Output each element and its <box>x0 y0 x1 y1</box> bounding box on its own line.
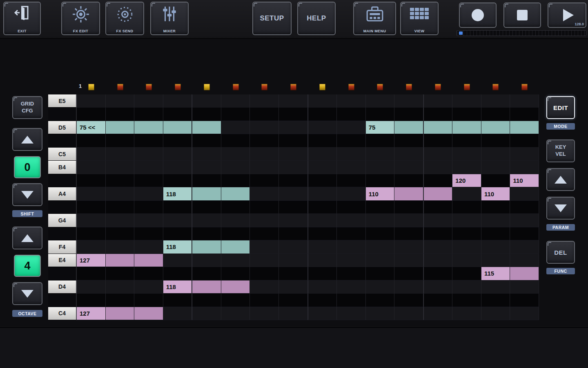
grid-cell[interactable] <box>163 294 192 307</box>
grid-cell[interactable] <box>192 254 221 267</box>
step-marker-icon[interactable] <box>175 84 181 90</box>
grid-cell[interactable] <box>279 174 308 187</box>
step-marker-icon[interactable] <box>521 84 528 90</box>
grid-cell[interactable] <box>308 280 337 294</box>
grid-cell[interactable] <box>481 280 510 294</box>
shift-down-button[interactable] <box>12 183 42 206</box>
step-marker-icon[interactable] <box>435 84 441 90</box>
grid-cell[interactable] <box>510 240 539 254</box>
grid-cell[interactable] <box>250 161 279 174</box>
grid-cell[interactable] <box>221 267 250 280</box>
grid-cell[interactable] <box>510 307 539 320</box>
grid-cell[interactable] <box>423 161 453 174</box>
grid-cell[interactable] <box>106 307 135 320</box>
step-marker-icon[interactable] <box>146 84 152 90</box>
grid-cell[interactable] <box>394 307 423 320</box>
grid-cell[interactable] <box>452 254 481 267</box>
grid-cell[interactable] <box>337 187 366 200</box>
note-cell[interactable]: 110 <box>481 187 510 200</box>
grid-cell[interactable] <box>423 187 453 200</box>
grid-cell[interactable] <box>423 201 453 214</box>
grid-cell[interactable] <box>337 227 366 240</box>
grid-cell[interactable] <box>452 227 481 240</box>
grid-cell[interactable] <box>221 240 250 254</box>
grid-cell[interactable] <box>394 214 423 227</box>
note-key-label[interactable]: E4 <box>48 254 77 267</box>
grid-cell[interactable] <box>221 121 250 134</box>
note-cell[interactable]: 118 <box>163 280 192 294</box>
grid-cell[interactable] <box>134 227 163 240</box>
grid-cell[interactable] <box>106 161 135 174</box>
step-marker-icon[interactable] <box>204 84 210 90</box>
grid-cell[interactable] <box>134 254 163 267</box>
note-cell[interactable]: 110 <box>510 174 539 187</box>
grid-cell[interactable] <box>452 201 481 214</box>
grid-cell[interactable] <box>106 201 135 214</box>
grid-cell[interactable] <box>163 108 192 121</box>
step-marker-icon[interactable] <box>406 84 412 90</box>
step-marker-icon[interactable] <box>290 84 296 90</box>
grid-cell[interactable] <box>452 187 481 200</box>
grid-cell[interactable] <box>423 294 453 307</box>
grid-cell[interactable] <box>481 201 510 214</box>
grid-cfg-button[interactable]: GRID CFG <box>12 96 42 119</box>
note-key-label[interactable]: E5 <box>48 94 77 108</box>
grid-cell[interactable] <box>279 227 308 240</box>
grid-cell[interactable] <box>308 267 337 280</box>
grid-cell[interactable] <box>308 134 337 147</box>
grid-cell[interactable] <box>192 174 221 187</box>
grid-cell[interactable] <box>366 267 395 280</box>
note-cell[interactable]: 127 <box>77 307 106 320</box>
grid-cell[interactable] <box>337 267 366 280</box>
step-marker-icon[interactable] <box>377 84 383 90</box>
grid-cell[interactable] <box>192 201 221 214</box>
grid-cell[interactable] <box>221 254 250 267</box>
grid-cell[interactable] <box>510 294 539 307</box>
step-marker-icon[interactable] <box>492 84 499 90</box>
grid-cell[interactable] <box>394 134 423 147</box>
grid-cell[interactable] <box>279 94 308 108</box>
grid-cell[interactable] <box>221 214 250 227</box>
grid-cell[interactable] <box>192 214 221 227</box>
note-cell[interactable]: 120 <box>452 174 481 187</box>
grid-cell[interactable] <box>163 148 192 161</box>
help-button[interactable]: HELP <box>297 2 336 35</box>
grid-cell[interactable] <box>279 161 308 174</box>
grid-cell[interactable] <box>279 254 308 267</box>
grid-cell[interactable] <box>279 201 308 214</box>
grid-cell[interactable] <box>423 108 453 121</box>
grid-cell[interactable] <box>192 148 221 161</box>
grid-cell[interactable] <box>192 187 221 200</box>
grid-cell[interactable] <box>221 280 250 294</box>
grid-cell[interactable] <box>192 307 221 320</box>
grid-cell[interactable] <box>308 187 337 200</box>
grid-cell[interactable] <box>106 174 135 187</box>
grid-cell[interactable] <box>510 108 539 121</box>
grid-cell[interactable] <box>423 134 453 147</box>
grid-cell[interactable] <box>134 307 163 320</box>
grid-cell[interactable] <box>106 240 135 254</box>
note-key-label[interactable]: D5 <box>48 121 77 134</box>
grid-cell[interactable] <box>394 254 423 267</box>
grid-cell[interactable] <box>423 254 453 267</box>
exit-button[interactable]: EXIT <box>3 2 41 35</box>
note-key-label[interactable] <box>48 134 77 147</box>
grid-cell[interactable] <box>423 174 453 187</box>
grid-cell[interactable] <box>337 161 366 174</box>
grid-cell[interactable] <box>250 187 279 200</box>
grid-cell[interactable] <box>192 280 221 294</box>
grid-cell[interactable] <box>106 254 135 267</box>
grid-cell[interactable] <box>250 240 279 254</box>
grid-cell[interactable] <box>366 240 395 254</box>
grid-cell[interactable] <box>163 214 192 227</box>
stop-button[interactable] <box>503 2 541 28</box>
grid-cell[interactable] <box>192 134 221 147</box>
grid-cell[interactable] <box>481 227 510 240</box>
note-key-label[interactable]: F4 <box>48 240 77 254</box>
grid-cell[interactable] <box>423 121 453 134</box>
grid-cell[interactable] <box>77 201 106 214</box>
grid-cell[interactable] <box>366 94 395 108</box>
grid-cell[interactable] <box>337 294 366 307</box>
step-marker-icon[interactable] <box>233 84 239 90</box>
grid-cell[interactable] <box>250 214 279 227</box>
